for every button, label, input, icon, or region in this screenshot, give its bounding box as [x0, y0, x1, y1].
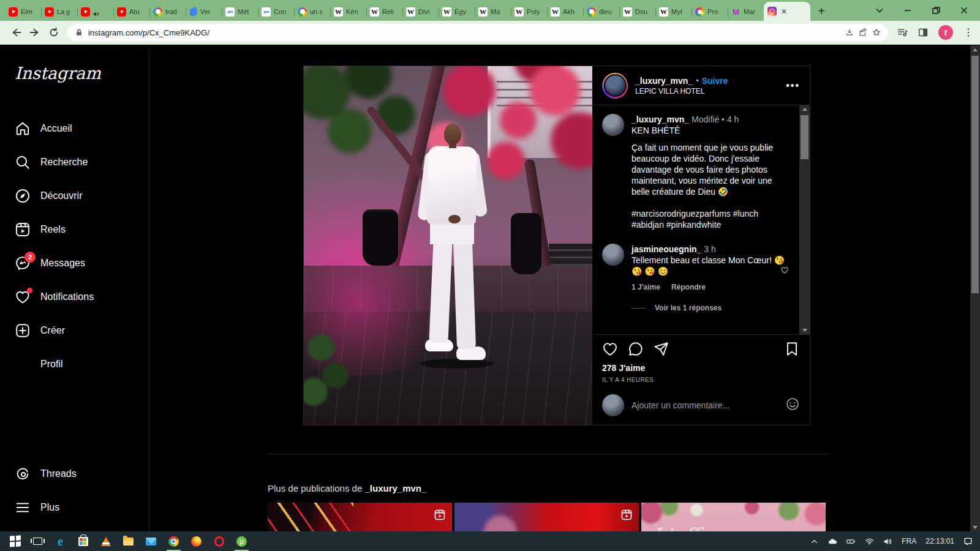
url-text[interactable]: instagram.com/p/Cx_Cme9KADG/: [88, 28, 840, 37]
comment-reply-button[interactable]: Répondre: [671, 282, 706, 293]
follow-button[interactable]: Suivre: [702, 76, 728, 86]
caption-username[interactable]: _luxury_mvn_: [631, 114, 689, 124]
sidebar-item-recherche[interactable]: Recherche: [7, 148, 142, 177]
post-location[interactable]: LEPIC VILLA HOTEL: [635, 87, 778, 96]
download-icon[interactable]: [845, 28, 854, 37]
tab-audio-speaker-icon[interactable]: [93, 9, 99, 15]
bookmark-icon[interactable]: [784, 341, 800, 357]
sidebar-item-profil[interactable]: Profil: [7, 350, 142, 379]
scroll-down-arrow[interactable]: [799, 326, 810, 334]
taskbar-app-task-view[interactable]: [26, 531, 49, 551]
commenter-avatar[interactable]: [602, 244, 624, 266]
browser-profile-avatar[interactable]: f: [938, 25, 953, 40]
browser-tab-Ver[interactable]: Ver: [186, 2, 222, 21]
page-scrollbar[interactable]: [970, 45, 980, 531]
comment-like-count[interactable]: 1 J'aime: [631, 282, 660, 293]
taskbar-app-firefox[interactable]: [185, 531, 208, 551]
back-button[interactable]: [8, 24, 23, 41]
more-post-thumbnail-2[interactable]: [454, 503, 639, 531]
clock[interactable]: 22:13:01: [925, 537, 954, 545]
commenter-username[interactable]: jasmineouegnin_: [631, 244, 701, 254]
browser-tab-Divi[interactable]: WDivi: [402, 2, 439, 21]
post-options-button[interactable]: •••: [786, 80, 800, 91]
sidebar-item-reels[interactable]: Reels: [7, 215, 142, 244]
instagram-logo[interactable]: Instagram: [15, 64, 101, 83]
browser-tab-youtube[interactable]: [77, 2, 113, 21]
browser-tab-Myt[interactable]: WMyt: [655, 2, 692, 21]
scroll-down-arrow[interactable]: [970, 523, 980, 531]
more-post-thumbnail-1[interactable]: [268, 503, 452, 531]
wifi-icon[interactable]: [865, 537, 874, 546]
taskbar-app-file-explorer[interactable]: [117, 531, 140, 551]
browser-tab-un s[interactable]: un s: [294, 2, 330, 21]
tab-search-chevron-icon[interactable]: [875, 6, 884, 15]
browser-tab-Mét[interactable]: proMét: [222, 2, 258, 21]
browser-tab-Dou[interactable]: WDou: [619, 2, 655, 21]
taskbar-app-utorrent[interactable]: µ: [230, 531, 253, 551]
browser-tab-Con[interactable]: proCon: [258, 2, 294, 21]
taskbar-app-edge[interactable]: e: [49, 531, 72, 551]
sidebar-item-accueil[interactable]: Accueil: [7, 114, 142, 143]
author-username[interactable]: _luxury_mvn_: [635, 76, 693, 86]
comment-bubble-icon[interactable]: [628, 341, 644, 357]
sidebar-item-créer[interactable]: Créer: [7, 316, 142, 345]
taskbar-app-opera[interactable]: [208, 531, 230, 551]
taskbar-app-chrome[interactable]: [162, 531, 185, 551]
browser-tab-Poly[interactable]: WPoly: [511, 2, 547, 21]
tab-close-icon[interactable]: ✕: [780, 7, 788, 16]
browser-tab-Mar[interactable]: MMar: [728, 2, 764, 21]
browser-tab-dieu[interactable]: dieu: [583, 2, 619, 21]
volume-icon[interactable]: [883, 537, 892, 546]
comment-like-heart-icon[interactable]: [780, 266, 789, 274]
post-photo[interactable]: [304, 66, 592, 425]
view-replies-button[interactable]: Voir les 1 réponses: [631, 302, 791, 313]
sidebar-item-threads[interactable]: Threads: [7, 459, 142, 489]
more-post-thumbnail-3[interactable]: L'effervescence: [641, 503, 826, 531]
more-posts-username[interactable]: _luxury_mvn_: [364, 483, 426, 493]
forward-button[interactable]: [27, 24, 42, 41]
minimize-button[interactable]: [903, 6, 913, 15]
close-window-button[interactable]: [959, 6, 969, 15]
browser-tab-Kén[interactable]: WKén: [330, 2, 366, 21]
onedrive-cloud-icon[interactable]: [828, 537, 837, 546]
browser-tab-Atu[interactable]: Atu: [113, 2, 149, 21]
caption-author-avatar[interactable]: [602, 114, 624, 136]
sidebar-item-messages[interactable]: 2Messages: [7, 249, 142, 278]
language-indicator[interactable]: FRA: [902, 537, 916, 545]
browser-tab-instagram[interactable]: ✕: [764, 2, 810, 21]
bookmark-star-icon[interactable]: [872, 28, 881, 37]
tray-chevron-up-icon[interactable]: [810, 537, 819, 546]
browser-tab-Ma[interactable]: WMa: [475, 2, 511, 21]
taskbar-app-start[interactable]: [4, 531, 26, 551]
comments-scrollbar[interactable]: [799, 105, 810, 334]
taskbar-app-mail[interactable]: [140, 531, 162, 551]
restore-button[interactable]: [931, 6, 941, 15]
share-plane-icon[interactable]: [654, 341, 669, 357]
scroll-up-arrow[interactable]: [799, 105, 810, 113]
author-story-ring[interactable]: [602, 73, 628, 99]
new-tab-button[interactable]: +: [813, 2, 830, 20]
browser-tab-La g[interactable]: La g: [41, 2, 77, 21]
browser-tab-Akh[interactable]: WAkh: [547, 2, 583, 21]
emoji-picker-icon[interactable]: [785, 397, 800, 414]
sidebar-item-plus[interactable]: Plus: [7, 493, 142, 522]
taskbar-app-vlc[interactable]: [94, 531, 117, 551]
url-bar[interactable]: instagram.com/p/Cx_Cme9KADG/: [67, 24, 888, 41]
taskbar-app-store[interactable]: [72, 531, 94, 551]
scrollbar-thumb[interactable]: [801, 115, 809, 159]
author-avatar[interactable]: [604, 74, 627, 97]
browser-tab-Égy[interactable]: WÉgy: [439, 2, 475, 21]
browser-tab-trad[interactable]: trad: [149, 2, 186, 21]
sidebar-item-notifications[interactable]: Notifications: [7, 282, 142, 312]
scroll-up-arrow[interactable]: [970, 45, 980, 54]
reload-button[interactable]: [47, 24, 62, 41]
battery-charging-icon[interactable]: [846, 537, 856, 546]
share-icon[interactable]: [859, 28, 867, 37]
scrollbar-thumb[interactable]: [971, 56, 979, 293]
like-count[interactable]: 278 J'aime: [602, 363, 800, 373]
action-center-icon[interactable]: [963, 537, 973, 546]
media-controls-icon[interactable]: [897, 27, 908, 38]
browser-menu-kebab-icon[interactable]: [963, 27, 974, 38]
sidebar-item-découvrir[interactable]: Découvrir: [7, 181, 142, 211]
browser-tab-Reli[interactable]: WReli: [366, 2, 402, 21]
